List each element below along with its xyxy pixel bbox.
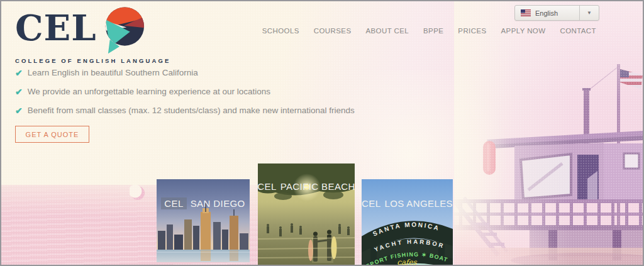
school-card-pacific-beach[interactable]: CEL PACIFIC BEACH [258, 163, 355, 266]
card-brand: CEL [258, 181, 277, 192]
main-navigation: SCHOOLS COURSES ABOUT CEL BPPE PRICES AP… [262, 27, 596, 35]
list-item: ✔ We provide an unforgettable learning e… [15, 87, 355, 96]
language-selected-label: English [535, 9, 579, 17]
school-card-los-angeles[interactable]: SANTA MONICA YACHT HARBOR SPORT FISHING … [362, 179, 453, 266]
nav-item-apply-now[interactable]: APPLY NOW [501, 27, 546, 35]
card-title: CEL PACIFIC BEACH [258, 181, 355, 192]
nav-item-courses[interactable]: COURSES [314, 27, 352, 35]
bullet-text: Learn English in beautiful Southern Cali… [28, 68, 198, 77]
card-location: PACIFIC BEACH [280, 181, 355, 192]
nav-item-bppe[interactable]: BPPE [423, 27, 443, 35]
bullet-text: Benefit from small classes (max. 12 stud… [28, 106, 355, 115]
nav-item-about-cel[interactable]: ABOUT CEL [365, 27, 409, 35]
card-title: CEL SAN DIEGO [157, 198, 250, 209]
bullet-text: We provide an unforgettable learning exp… [28, 87, 270, 96]
checkmark-icon: ✔ [15, 106, 23, 116]
logo-wordmark: CEL [15, 5, 97, 50]
card-brand: CEL [161, 197, 186, 209]
chevron-down-icon: ▼ [587, 10, 592, 16]
san-diego-skyline-photo [157, 179, 250, 262]
cel-logo[interactable]: CEL COLLEGE OF ENGLISH LANGUAGE [15, 5, 170, 64]
checkmark-icon: ✔ [15, 68, 23, 78]
pacific-beach-photo [258, 163, 355, 266]
get-a-quote-button[interactable]: GET A QUOTE [15, 126, 89, 143]
page: CEL COLLEGE OF ENGLISH LANGUAGE SCHOOLS … [0, 0, 644, 266]
checkmark-icon: ✔ [15, 87, 23, 97]
santa-monica-sign-photo: SANTA MONICA YACHT HARBOR SPORT FISHING … [362, 179, 453, 266]
card-location: SAN DIEGO [191, 198, 245, 209]
language-selector[interactable]: English ▼ [514, 5, 599, 21]
photo-pink-wash-overlay [454, 1, 643, 266]
nav-item-contact[interactable]: CONTACT [560, 27, 596, 35]
list-item: ✔ Learn English in beautiful Southern Ca… [15, 68, 355, 77]
hero-bullet-list: ✔ Learn English in beautiful Southern Ca… [15, 68, 355, 125]
card-location: LOS ANGELES [384, 198, 453, 209]
language-dropdown-button[interactable]: ▼ [579, 6, 599, 20]
nav-item-prices[interactable]: PRICES [458, 27, 486, 35]
us-flag-icon [521, 9, 531, 16]
speech-bubble-logo-icon [102, 6, 146, 55]
school-card-san-diego[interactable]: CEL SAN DIEGO [157, 179, 250, 262]
card-brand: CEL [362, 198, 380, 209]
logo-tagline: COLLEGE OF ENGLISH LANGUAGE [15, 57, 170, 64]
beach-photo-background [454, 1, 643, 266]
list-item: ✔ Benefit from small classes (max. 12 st… [15, 106, 355, 115]
kite-crescent [130, 185, 146, 204]
card-title: CEL LOS ANGELES [362, 198, 453, 209]
nav-item-schools[interactable]: SCHOOLS [262, 27, 299, 35]
sign-text-cafes: cafes [397, 258, 417, 266]
